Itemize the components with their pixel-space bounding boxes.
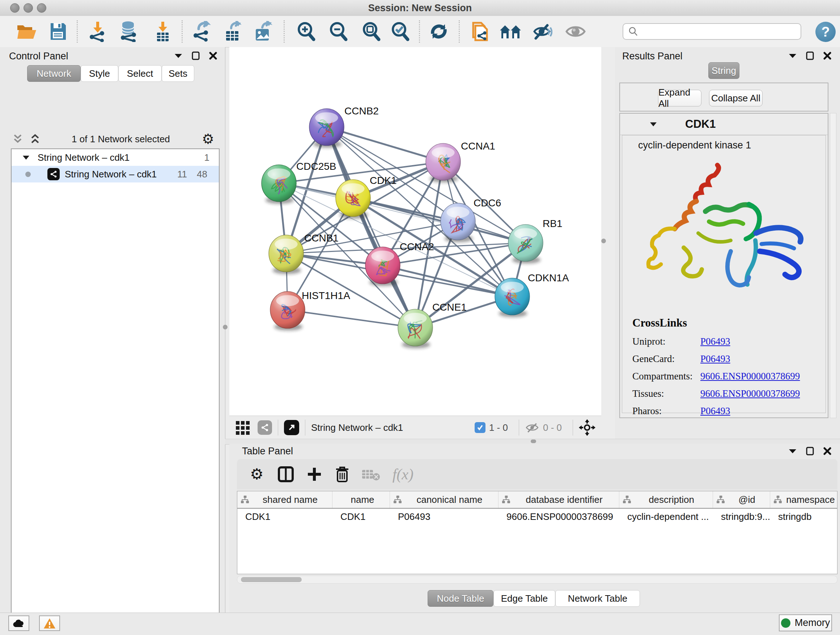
- tab-select[interactable]: Select: [118, 65, 162, 82]
- expand-all-networks-icon[interactable]: [30, 134, 40, 144]
- add-column-icon[interactable]: [306, 466, 322, 482]
- move-crosshair-icon[interactable]: [579, 419, 595, 436]
- network-view-toolbar: String Network – cdk1 1 - 0 0 - 0: [229, 416, 601, 439]
- panel-menu-icon[interactable]: [174, 53, 182, 58]
- detach-view-icon[interactable]: [284, 420, 299, 435]
- results-scrollbar[interactable]: [830, 113, 836, 418]
- gear-icon[interactable]: ⚙: [250, 467, 264, 482]
- hidden-eye-icon[interactable]: [525, 421, 539, 434]
- open-session-icon[interactable]: [17, 22, 38, 41]
- footer-separator: [305, 420, 305, 435]
- delete-column-icon[interactable]: [335, 466, 350, 483]
- table-hscrollbar-thumb[interactable]: [241, 577, 302, 582]
- gene-expander-icon[interactable]: [650, 122, 657, 127]
- table-row[interactable]: CDK1CDK1P064939606.ENSP00000378699cyclin…: [237, 509, 837, 524]
- float-panel-icon[interactable]: [192, 51, 200, 60]
- tab-node-table[interactable]: Node Table: [428, 590, 493, 607]
- function-builder-icon[interactable]: f(x): [393, 466, 414, 483]
- help-label: ?: [821, 24, 829, 40]
- hide-selection-icon[interactable]: [531, 22, 553, 41]
- apply-preferred-layout-icon[interactable]: [429, 21, 448, 42]
- import-table-from-file-icon[interactable]: [155, 21, 171, 42]
- network-collection-row[interactable]: String Network – cdk1 1: [11, 149, 219, 166]
- show-all-icon[interactable]: [565, 24, 586, 40]
- tab-network[interactable]: Network: [27, 65, 81, 82]
- search-input[interactable]: [622, 23, 801, 40]
- collection-expander-icon[interactable]: [22, 155, 30, 160]
- column-header-database-identifier[interactable]: database identifier: [499, 491, 619, 508]
- delete-table-icon[interactable]: [362, 468, 380, 481]
- table-cell[interactable]: CDK1: [332, 509, 390, 524]
- network-view-title: String Network – cdk1: [311, 422, 403, 433]
- tab-style[interactable]: Style: [81, 65, 118, 82]
- close-panel-icon[interactable]: [823, 52, 831, 60]
- selected-checkbox-icon[interactable]: [475, 422, 485, 433]
- tab-string[interactable]: String: [708, 62, 739, 79]
- toolbar-separator: [459, 20, 460, 43]
- zoom-out-icon[interactable]: [328, 21, 349, 42]
- panel-menu-icon[interactable]: [789, 448, 797, 454]
- help-button[interactable]: ?: [815, 22, 836, 42]
- collapse-all-button[interactable]: Collapse All: [709, 90, 763, 106]
- column-header-description[interactable]: description: [619, 491, 713, 508]
- crosslink-link[interactable]: P06493: [700, 336, 730, 347]
- left-splitter-handle[interactable]: [223, 325, 227, 329]
- panel-menu-icon[interactable]: [789, 53, 797, 58]
- new-network-from-selection-icon[interactable]: [470, 21, 490, 42]
- tab-network-table[interactable]: Network Table: [555, 590, 640, 607]
- crosslink-label: Pharos:: [632, 405, 700, 417]
- column-header-canonical-name[interactable]: canonical name: [390, 491, 499, 508]
- node-table[interactable]: shared namenamecanonical namedatabase id…: [237, 491, 837, 574]
- export-image-icon[interactable]: [254, 21, 273, 42]
- table-cell[interactable]: stringdb: [770, 509, 837, 524]
- column-header--id[interactable]: @id: [713, 491, 770, 508]
- float-panel-icon[interactable]: [806, 447, 814, 455]
- float-panel-icon[interactable]: [806, 51, 814, 60]
- node-label-CDKN1A: CDKN1A: [528, 272, 569, 283]
- network-row-selected[interactable]: String Network – cdk1 11 48: [11, 166, 219, 182]
- crosslink-link[interactable]: 9606.ENSP00000378699: [700, 371, 800, 382]
- network-edge-CCNB2-CCNA1[interactable]: [327, 127, 443, 162]
- tab-sets[interactable]: Sets: [162, 65, 194, 82]
- save-session-icon[interactable]: [49, 22, 66, 41]
- expand-all-button[interactable]: Expand All: [658, 90, 701, 106]
- crosslink-link[interactable]: P06493: [700, 405, 730, 417]
- import-network-from-file-icon[interactable]: [88, 21, 107, 42]
- split-column-icon[interactable]: [278, 466, 294, 483]
- share-network-icon[interactable]: [257, 420, 272, 435]
- crosslink-link[interactable]: 9606.ENSP00000378699: [700, 388, 800, 399]
- close-panel-icon[interactable]: [823, 447, 831, 455]
- first-neighbors-icon[interactable]: [499, 23, 522, 40]
- warnings-button[interactable]: [39, 616, 60, 631]
- table-cell[interactable]: stringdb:9...: [713, 509, 770, 524]
- import-network-from-database-icon[interactable]: [118, 21, 139, 42]
- network-edge-HIST1H1A-CCNE1[interactable]: [287, 310, 415, 328]
- table-cell[interactable]: 9606.ENSP00000378699: [499, 509, 619, 524]
- column-header-name[interactable]: name: [332, 491, 390, 508]
- collapse-all-networks-icon[interactable]: [13, 134, 22, 144]
- right-splitter-handle[interactable]: [601, 239, 606, 243]
- export-table-icon[interactable]: [224, 21, 243, 42]
- table-cell[interactable]: cyclin-dependent ...: [619, 509, 713, 524]
- column-source-icon: [241, 496, 249, 504]
- memory-button[interactable]: Memory: [779, 614, 832, 631]
- network-canvas[interactable]: CCNB2CCNA1CDC25BCDK1CDC6RB1CCNB1CCNA2CDK…: [229, 47, 601, 416]
- column-header-namespace[interactable]: namespace: [770, 491, 837, 508]
- tab-edge-table[interactable]: Edge Table: [493, 590, 555, 607]
- table-hscrollbar[interactable]: [237, 576, 837, 584]
- table-cell[interactable]: P06493: [390, 509, 499, 524]
- grid-view-icon[interactable]: [235, 420, 251, 435]
- table-cell[interactable]: CDK1: [237, 509, 332, 524]
- cloud-button[interactable]: [8, 616, 29, 631]
- fit-content-icon[interactable]: [362, 21, 382, 42]
- zoom-selected-icon[interactable]: [390, 21, 411, 42]
- horizontal-splitter-handle[interactable]: [531, 440, 536, 443]
- crosslink-link[interactable]: P06493: [700, 353, 730, 364]
- close-panel-icon[interactable]: [209, 52, 217, 60]
- column-header-shared-name[interactable]: shared name: [237, 491, 332, 508]
- zoom-in-icon[interactable]: [296, 21, 317, 42]
- node-label-CCNA2: CCNA2: [400, 241, 434, 252]
- crosslink-label: Uniprot:: [632, 336, 700, 347]
- export-network-icon[interactable]: [192, 21, 211, 42]
- network-options-gear-icon[interactable]: ⚙: [202, 132, 214, 146]
